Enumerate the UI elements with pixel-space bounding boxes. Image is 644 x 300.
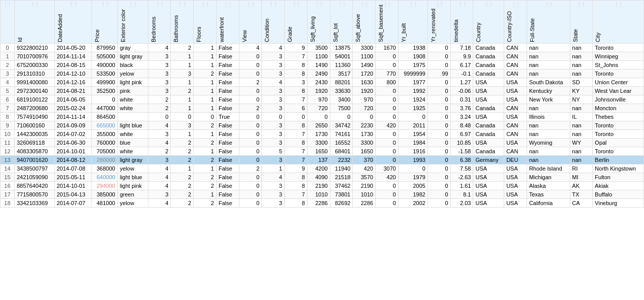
table-row[interactable]: 97106001602014-09-09665000light blue432F…: [1, 121, 644, 130]
cell-sqftLiving: 1730: [307, 130, 330, 139]
table-row[interactable]: 1434385007972014-07-08368000yelow411Fals…: [1, 164, 644, 173]
table-row[interactable]: 1833421033692014-07-07481000yelow422Fals…: [1, 199, 644, 208]
column-header-bathrooms[interactable]: ⋮⋮Bathrooms: [171, 1, 194, 44]
column-label-grade: Grade: [287, 2, 293, 42]
cell-idx: 1: [1, 52, 15, 61]
drag-handle-exteriorColor[interactable]: ⋮⋮: [129, 2, 137, 7]
cell-floors: 2: [194, 156, 217, 164]
drag-handle-yrRenovated[interactable]: ⋮⋮: [435, 2, 443, 7]
cell-price: 705000: [91, 147, 117, 156]
column-header-yrBuilt[interactable]: ⋮⋮Yr_built: [398, 1, 427, 44]
cell-exteriorColor: white: [117, 95, 148, 104]
column-header-state[interactable]: ⋮⋮State: [570, 1, 593, 44]
drag-handle-dateAdded[interactable]: ⋮⋮: [69, 2, 77, 7]
cell-country: USA: [473, 113, 504, 121]
column-header-timedelta[interactable]: ⋮⋮timedelta: [450, 1, 473, 44]
drag-handle-country[interactable]: ⋮⋮: [484, 2, 493, 7]
cell-sqftAbove: 1010: [353, 190, 376, 199]
cell-exteriorColor: pink: [117, 87, 148, 95]
column-header-sqftLot[interactable]: ⋮⋮Sqft_lot: [330, 1, 353, 44]
column-header-dateAdded[interactable]: ⋮⋮DateAdded: [54, 1, 91, 44]
table-row[interactable]: 1240833058702014-10-01705000white221Fals…: [1, 147, 644, 156]
column-header-idx[interactable]: ⋮⋮: [1, 1, 15, 44]
column-header-city[interactable]: ⋮⋮City: [593, 1, 644, 44]
cell-timedelta: 1.61: [450, 182, 473, 190]
cell-grade: 7: [285, 95, 308, 104]
drag-handle-grade[interactable]: ⋮⋮: [292, 2, 300, 7]
table-row[interactable]: 32913103102014-12-10533500yelow332False0…: [1, 70, 644, 78]
cell-id: 710600160: [14, 121, 54, 130]
table-row[interactable]: 1688576404202014-10-01294000light pink42…: [1, 182, 644, 190]
drag-handle-city[interactable]: ⋮⋮: [614, 2, 622, 7]
column-header-grade[interactable]: ⋮⋮Grade: [285, 1, 308, 44]
table-row[interactable]: 875749104902014-11-14864500000True000000…: [1, 113, 644, 121]
cell-bedrooms: 4: [148, 44, 171, 52]
column-header-bedrooms[interactable]: ⋮⋮Bedrooms: [148, 1, 171, 44]
cell-idx: 0: [1, 44, 15, 52]
column-header-fullState[interactable]: ⋮⋮Full-State: [527, 1, 570, 44]
drag-handle-waterfront[interactable]: ⋮⋮: [224, 2, 232, 7]
column-header-condition[interactable]: ⋮⋮Condition: [262, 1, 285, 44]
drag-handle-price[interactable]: ⋮⋮: [101, 2, 109, 7]
cell-city: Toronto: [593, 44, 644, 52]
table-row[interactable]: 1777158005702015-04-13385000green321Fals…: [1, 190, 644, 199]
cell-grade: 8: [285, 182, 308, 190]
table-row[interactable]: 1524210590902015-05-11640000light blue42…: [1, 173, 644, 182]
cell-sqftLot: 11940: [330, 164, 353, 173]
drag-handle-sqftLiving[interactable]: ⋮⋮: [315, 2, 323, 7]
table-row[interactable]: 724872006802015-02-24447000white211False…: [1, 104, 644, 113]
cell-sqftLot: 0: [330, 113, 353, 121]
cell-dateAdded: 2014-07-07: [54, 199, 91, 208]
drag-handle-condition[interactable]: ⋮⋮: [269, 2, 277, 7]
cell-dateAdded: 2014-11-14: [54, 52, 91, 61]
cell-countryISO: CAN: [504, 104, 527, 113]
table-row[interactable]: 093228002102014-05-20879950gray421False4…: [1, 44, 644, 52]
cell-condition: 3: [262, 52, 285, 61]
column-header-sqftLiving[interactable]: ⋮⋮Sqft_living: [307, 1, 330, 44]
table-row[interactable]: 1014423000352014-07-02355000white311Fals…: [1, 130, 644, 139]
column-header-floors[interactable]: ⋮⋮Floors: [194, 1, 217, 44]
table-row[interactable]: 267520003302014-08-15490000black311False…: [1, 61, 644, 70]
cell-bedrooms: 3: [148, 78, 171, 87]
cell-city: Moncton: [593, 104, 644, 113]
drag-handle-idx[interactable]: ⋮⋮: [3, 2, 11, 7]
drag-handle-countryISO[interactable]: ⋮⋮: [511, 2, 519, 7]
drag-handle-yrBuilt[interactable]: ⋮⋮: [409, 2, 417, 7]
column-header-yrRenovated[interactable]: ⋮⋮Yr_renovated: [427, 1, 450, 44]
cell-idx: 8: [1, 113, 15, 121]
drag-handle-bathrooms[interactable]: ⋮⋮: [178, 2, 186, 7]
table-row[interactable]: 529723001402014-08-21352500pink321False0…: [1, 87, 644, 95]
table-row[interactable]: 113260691182014-06-30760000blue422False0…: [1, 139, 644, 147]
drag-handle-sqftAbove[interactable]: ⋮⋮: [360, 2, 368, 7]
data-table-container[interactable]: ⋮⋮⋮⋮Id⋮⋮DateAdded⋮⋮Price⋮⋮Exterior color…: [0, 0, 644, 208]
cell-floors: 2: [194, 70, 217, 78]
cell-view: 0: [239, 139, 262, 147]
drag-handle-sqftBasement[interactable]: ⋮⋮: [383, 2, 391, 7]
column-header-sqftAbove[interactable]: ⋮⋮Sqft_above: [353, 1, 376, 44]
column-header-country[interactable]: ⋮⋮Country: [473, 1, 504, 44]
table-row[interactable]: 170107009762014-11-14505000light gray311…: [1, 52, 644, 61]
column-header-view[interactable]: ⋮⋮View: [239, 1, 262, 44]
column-header-waterfront[interactable]: ⋮⋮waterfront: [216, 1, 239, 44]
column-header-sqftBasement[interactable]: ⋮⋮Sqft_basement: [376, 1, 398, 44]
drag-handle-floors[interactable]: ⋮⋮: [201, 2, 209, 7]
column-header-exteriorColor[interactable]: ⋮⋮Exterior color: [117, 1, 148, 44]
cell-grade: 8: [285, 61, 308, 70]
table-row[interactable]: 499914000802014-12-16499900light pink311…: [1, 78, 644, 87]
table-row[interactable]: 1394070016202014-08-12280000light gray32…: [1, 156, 644, 164]
drag-handle-id[interactable]: ⋮⋮: [30, 2, 39, 7]
drag-handle-fullState[interactable]: ⋮⋮: [544, 2, 553, 7]
cell-state: NY: [570, 95, 593, 104]
column-label-city: City: [595, 2, 601, 42]
column-header-id[interactable]: ⋮⋮Id: [14, 1, 54, 44]
cell-dateAdded: 2014-08-12: [54, 156, 91, 164]
cell-country: Canada: [473, 104, 504, 113]
cell-yrRenovated: 0: [427, 190, 450, 199]
cell-exteriorColor: light blue: [117, 121, 148, 130]
cell-country: USA: [473, 164, 504, 173]
table-row[interactable]: 668191001222014-06-050white211False03797…: [1, 95, 644, 104]
cell-bathrooms: 0: [171, 113, 194, 121]
column-header-countryISO[interactable]: ⋮⋮Country-ISO: [504, 1, 527, 44]
column-header-price[interactable]: ⋮⋮Price: [91, 1, 117, 44]
cell-floors: 1: [194, 87, 217, 95]
